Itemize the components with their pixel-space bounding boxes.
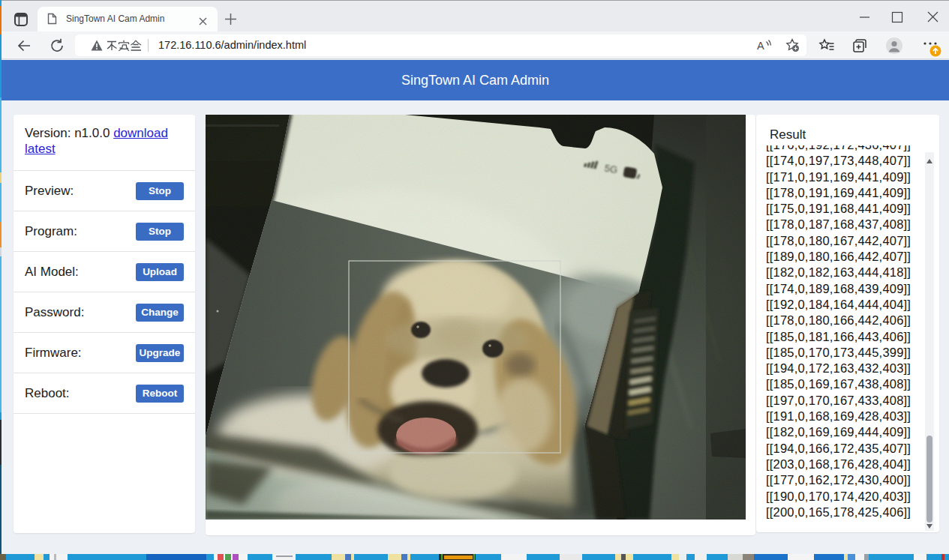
svg-text:A: A	[757, 40, 764, 52]
